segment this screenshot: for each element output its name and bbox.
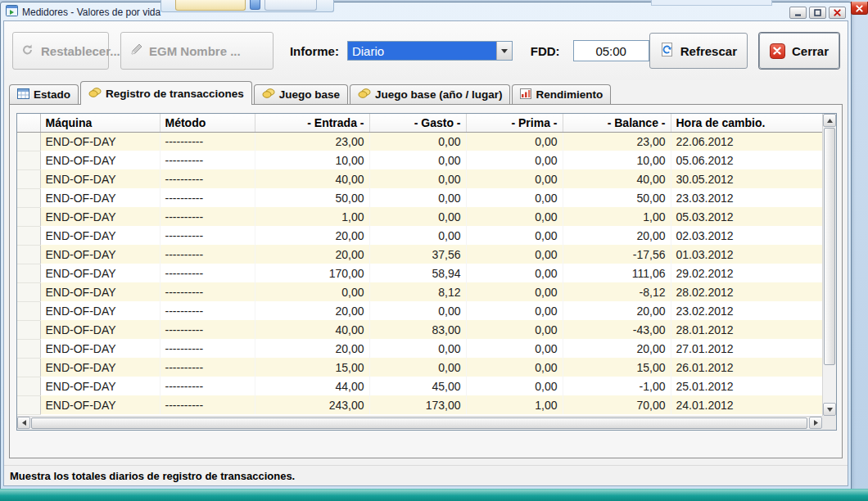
col-header-gasto[interactable]: - Gasto - (369, 114, 466, 132)
row-selector[interactable] (17, 132, 40, 151)
col-header-maquina[interactable]: Máquina (40, 114, 160, 132)
cell-maquina: END-OF-DAY (40, 226, 160, 245)
horizontal-scrollbar[interactable] (17, 416, 822, 430)
maximize-button[interactable] (809, 7, 826, 19)
cell-entrada: 170,00 (255, 264, 369, 282)
cell-gasto: 0,00 (369, 301, 466, 320)
cell-metodo: ---------- (160, 188, 255, 207)
col-header-hora-de-cambio[interactable]: Hora de cambio. (671, 114, 822, 132)
row-selector[interactable] (17, 264, 40, 282)
cell-gasto: 83,00 (369, 320, 466, 339)
table-row[interactable]: END-OF-DAY----------170,0058,940,00111,0… (17, 264, 822, 282)
row-selector[interactable] (17, 301, 40, 320)
vertical-scroll-thumb[interactable] (824, 128, 835, 365)
close-x-icon (770, 43, 785, 59)
row-selector[interactable] (17, 282, 40, 301)
scroll-down-button[interactable] (823, 403, 836, 416)
cell-gasto: 0,00 (369, 132, 466, 151)
row-selector[interactable] (17, 395, 40, 414)
row-selector[interactable] (17, 245, 40, 264)
tab-rendimiento[interactable]: Rendimiento (512, 84, 611, 104)
background-close-button[interactable] (851, 2, 868, 15)
table-row[interactable]: END-OF-DAY----------20,000,000,0020,0002… (17, 226, 822, 245)
cerrar-label: Cerrar (792, 44, 829, 58)
cell-balance: -8,12 (563, 282, 671, 301)
cell-prima: 0,00 (466, 358, 563, 377)
cell-balance: -1,00 (563, 377, 671, 395)
cell-entrada: 10,00 (255, 151, 369, 169)
col-header-balance[interactable]: - Balance - (563, 114, 671, 132)
cell-balance: 20,00 (563, 226, 671, 245)
table-row[interactable]: END-OF-DAY----------50,000,000,0050,0023… (17, 188, 822, 207)
table-row[interactable]: END-OF-DAY----------10,000,000,0010,0005… (17, 151, 822, 169)
cerrar-button[interactable]: Cerrar (759, 33, 839, 69)
app-window: Medidores - Valores de por vida Restable… (0, 2, 852, 490)
table-row[interactable]: END-OF-DAY----------23,000,000,0023,0022… (17, 132, 822, 151)
cell-maquina: END-OF-DAY (40, 320, 160, 339)
horizontal-scroll-thumb[interactable] (31, 418, 807, 429)
table-row[interactable]: END-OF-DAY----------1,000,000,001,0005.0… (17, 207, 822, 226)
row-selector[interactable] (17, 226, 40, 245)
tab-juego-base[interactable]: Juego base (254, 84, 348, 104)
table-row[interactable]: END-OF-DAY----------15,000,000,0015,0026… (17, 358, 822, 377)
cell-hora-de-cambio: 02.03.2012 (671, 226, 822, 245)
cell-hora-de-cambio: 30.05.2012 (671, 169, 822, 188)
cell-entrada: 15,00 (255, 358, 369, 377)
informe-dropdown[interactable]: Diario (347, 41, 513, 61)
window-title: Medidores - Valores de por vida (22, 7, 787, 18)
row-selector[interactable] (17, 207, 40, 226)
table-row[interactable]: END-OF-DAY----------40,0083,000,00-43,00… (17, 320, 822, 339)
table-row[interactable]: END-OF-DAY----------0,008,120,00-8,1228.… (17, 282, 822, 301)
close-button[interactable] (829, 7, 846, 19)
row-selector[interactable] (17, 320, 40, 339)
row-selector[interactable] (17, 151, 40, 169)
select-all-header[interactable] (17, 114, 40, 132)
col-header-metodo[interactable]: Método (160, 114, 255, 132)
vertical-scrollbar[interactable] (822, 114, 836, 416)
background-window-fragment (250, 0, 260, 10)
table-row[interactable]: END-OF-DAY----------20,000,000,0020,0023… (17, 301, 822, 320)
transactions-table: Máquina Método - Entrada - - Gasto - - P… (17, 114, 823, 415)
cell-entrada: 40,00 (255, 169, 369, 188)
dropdown-button[interactable] (496, 42, 512, 60)
cell-prima: 0,00 (466, 226, 563, 245)
tab-registro-de-transacciones[interactable]: Registro de transacciones (80, 81, 252, 105)
col-header-prima[interactable]: - Prima - (466, 114, 563, 132)
cell-metodo: ---------- (160, 169, 255, 188)
cell-maquina: END-OF-DAY (40, 169, 160, 188)
cell-balance: 70,00 (563, 395, 671, 414)
table-row[interactable]: END-OF-DAY----------44,0045,000,00-1,002… (17, 377, 822, 395)
titlebar[interactable]: Medidores - Valores de por vida (3, 4, 848, 20)
cell-gasto: 0,00 (369, 358, 466, 377)
cell-prima: 0,00 (466, 264, 563, 282)
row-selector[interactable] (17, 188, 40, 207)
row-selector[interactable] (17, 169, 40, 188)
cell-gasto: 0,00 (369, 169, 466, 188)
scroll-left-button[interactable] (17, 417, 30, 429)
scroll-up-button[interactable] (823, 114, 836, 127)
fdd-field[interactable]: 05:00 (573, 40, 649, 61)
table-row[interactable]: END-OF-DAY----------40,000,000,0040,0030… (17, 169, 822, 188)
maximize-icon (814, 9, 821, 16)
minimize-button[interactable] (789, 7, 807, 19)
background-window-fragment (175, 0, 246, 11)
tab-estado[interactable]: Estado (9, 84, 79, 104)
tab-label: Registro de transacciones (106, 88, 244, 100)
egm-nombre-button[interactable]: EGM Nombre ... (120, 32, 274, 70)
tab-juego-base-ano-lugar[interactable]: Juego base (año / lugar) (350, 84, 510, 104)
cell-maquina: END-OF-DAY (40, 132, 160, 151)
cell-maquina: END-OF-DAY (40, 207, 160, 226)
scroll-right-button[interactable] (809, 417, 822, 429)
table-row[interactable]: END-OF-DAY----------20,000,000,0020,0027… (17, 339, 822, 358)
scrollbar-corner (822, 416, 836, 430)
table-row[interactable]: END-OF-DAY----------20,0037,560,00-17,56… (17, 245, 822, 264)
table-row[interactable]: END-OF-DAY----------243,00173,001,0070,0… (17, 395, 822, 414)
cell-prima: 0,00 (466, 377, 563, 395)
row-selector[interactable] (17, 339, 40, 358)
row-selector[interactable] (17, 358, 40, 377)
col-header-entrada[interactable]: - Entrada - (255, 114, 369, 132)
refrescar-button[interactable]: Refrescar (649, 33, 748, 69)
close-icon (834, 9, 841, 16)
row-selector[interactable] (17, 377, 40, 395)
restablecer-button[interactable]: Restablecer... (12, 32, 109, 70)
